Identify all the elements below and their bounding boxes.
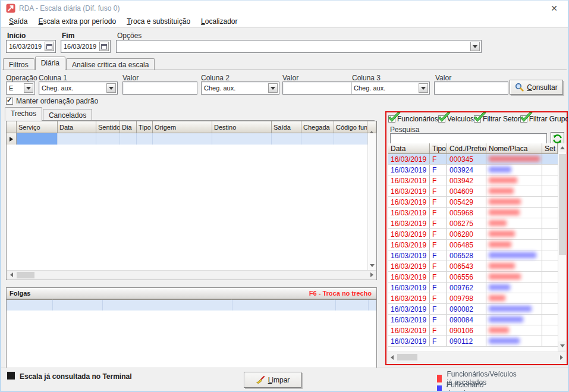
funcionario-row[interactable]: 16/03/2019F006543 xyxy=(388,261,558,272)
funcionario-row[interactable]: 16/03/2019F009762 xyxy=(388,283,558,293)
funcionario-row[interactable]: 16/03/2019F000345 xyxy=(388,154,558,165)
funcionario-row[interactable]: 16/03/2019F003924 xyxy=(388,165,558,175)
funcionario-row[interactable]: 16/03/2019F006528 xyxy=(388,250,558,261)
cell-tipo: F xyxy=(430,154,447,164)
column-header-chegada[interactable]: Chegada xyxy=(301,121,334,133)
scroll-right-icon[interactable] xyxy=(557,353,565,362)
trechos-cell[interactable] xyxy=(153,133,212,145)
menu-item-saida[interactable]: Saída xyxy=(4,16,33,27)
trechos-cell[interactable] xyxy=(334,133,367,145)
menu-item-localizador[interactable]: Localizador xyxy=(196,16,243,27)
trechos-cell[interactable] xyxy=(137,133,153,145)
inicio-calendar-button[interactable] xyxy=(45,42,54,51)
scroll-up-icon[interactable] xyxy=(558,143,567,152)
chevron-down-icon[interactable] xyxy=(419,83,428,93)
valor1-input[interactable] xyxy=(122,81,197,95)
funcionario-row[interactable]: 16/03/2019F009798 xyxy=(388,293,558,304)
trechos-cell[interactable] xyxy=(301,133,334,145)
column-header-nomeplaca[interactable]: Nome/Placa xyxy=(486,143,542,154)
trechos-vertical-scrollbar[interactable] xyxy=(367,133,376,270)
funcionario-row[interactable]: 16/03/2019F006556 xyxy=(388,272,558,283)
funcionario-row[interactable]: 16/03/2019F006280 xyxy=(388,229,558,240)
column-header-saida[interactable]: Saída xyxy=(272,121,301,133)
scroll-left-icon[interactable] xyxy=(7,271,15,279)
consultar-button[interactable]: Consultar xyxy=(510,80,563,95)
folgas-cell[interactable] xyxy=(7,300,53,311)
funcionario-row[interactable]: 16/03/2019F006275 xyxy=(388,218,558,229)
column-header-servico[interactable]: Serviço xyxy=(17,121,58,133)
column-header-dia[interactable]: Dia xyxy=(120,121,137,133)
trechos-cell[interactable] xyxy=(272,133,301,145)
column-header-data[interactable]: Data xyxy=(58,121,96,133)
column-header-set[interactable]: Set xyxy=(542,143,558,154)
menu-item-escala-extra-por-periodo[interactable]: Escala extra por período xyxy=(33,16,121,27)
folgas-cell[interactable] xyxy=(103,300,232,311)
funcionario-row[interactable]: 16/03/2019F090112 xyxy=(388,336,558,347)
trechos-horizontal-scrollbar[interactable] xyxy=(7,270,376,279)
trechos-cell[interactable] xyxy=(212,133,272,145)
filter-checkbox-filtrar-grupo[interactable]: Filtrar Grupo xyxy=(520,115,569,123)
valor3-input[interactable] xyxy=(434,81,508,95)
chevron-down-icon[interactable] xyxy=(106,83,116,93)
filter-checkbox-veiculos[interactable]: Veículos xyxy=(438,115,474,123)
fim-calendar-button[interactable] xyxy=(99,42,109,51)
tab-trechos[interactable]: Trechos xyxy=(5,107,42,121)
column-header-codigo-fun[interactable]: Código fun xyxy=(334,121,367,133)
coluna3-combobox[interactable]: Cheg. aux. xyxy=(351,81,430,95)
funcionarios-horizontal-scrollbar[interactable] xyxy=(388,352,565,362)
column-header-tipo[interactable]: Tipo xyxy=(430,143,447,154)
scroll-up-icon[interactable] xyxy=(367,121,376,133)
folgas-cell[interactable] xyxy=(232,300,336,311)
funcionario-row[interactable]: 16/03/2019F090082 xyxy=(388,304,558,315)
chevron-down-icon[interactable] xyxy=(470,42,480,51)
scroll-right-icon[interactable] xyxy=(367,271,376,279)
column-header-tipo[interactable]: Tipo xyxy=(137,121,153,133)
funcionario-row[interactable]: 16/03/2019F003942 xyxy=(388,175,558,186)
folgas-empty-row[interactable] xyxy=(7,300,376,311)
funcionario-row[interactable]: 16/03/2019F004609 xyxy=(388,186,558,197)
chevron-down-icon[interactable] xyxy=(268,83,278,93)
tab-analise-critica-da-escala[interactable]: Análise crítica da escala xyxy=(66,58,155,70)
folgas-cell[interactable] xyxy=(336,300,369,311)
tab-cancelados[interactable]: Cancelados xyxy=(43,109,92,121)
trechos-cell[interactable] xyxy=(58,133,96,145)
folgas-cell[interactable] xyxy=(53,300,103,311)
coluna1-combobox[interactable]: Cheg. aux. xyxy=(39,81,118,95)
filter-checkbox-filtrar-setor[interactable]: Filtrar Setor xyxy=(474,115,520,123)
trechos-selected-row[interactable] xyxy=(7,133,376,145)
operacao-combobox[interactable]: E xyxy=(6,81,35,95)
valor2-input[interactable] xyxy=(282,81,357,95)
column-header-destino[interactable]: Destino xyxy=(212,121,272,133)
scroll-down-icon[interactable] xyxy=(368,261,376,270)
column-header-codprefixo[interactable]: Cód./Prefixo xyxy=(447,143,486,154)
scrollbar-thumb[interactable] xyxy=(17,272,34,278)
column-header-sentido[interactable]: Sentido xyxy=(96,121,120,133)
tab-diaria[interactable]: Diária xyxy=(35,57,65,70)
trechos-cell[interactable] xyxy=(120,133,137,145)
close-icon[interactable]: ✕ xyxy=(548,2,561,14)
funcionario-row[interactable]: 16/03/2019F005968 xyxy=(388,208,558,218)
funcionario-row[interactable]: 16/03/2019F090106 xyxy=(388,325,558,336)
inicio-date-input[interactable] xyxy=(6,40,56,53)
funcionarios-vertical-scrollbar[interactable] xyxy=(558,143,566,350)
column-header-data[interactable]: Data xyxy=(388,143,430,154)
tab-filtros[interactable]: Filtros xyxy=(3,58,34,70)
funcionario-row[interactable]: 16/03/2019F090084 xyxy=(388,315,558,325)
chevron-down-icon[interactable] xyxy=(24,83,33,93)
scrollbar-thumb[interactable] xyxy=(397,354,417,360)
scrollbar-thumb[interactable] xyxy=(559,154,566,255)
fim-date-input[interactable] xyxy=(61,40,111,53)
coluna2-combobox[interactable]: Cheg. aux. xyxy=(201,81,279,95)
trechos-cell[interactable] xyxy=(96,133,120,145)
limpar-button[interactable]: Limpar xyxy=(244,372,301,388)
menu-item-troca-e-substituicao[interactable]: Troca e substituição xyxy=(121,16,196,27)
scroll-down-icon[interactable] xyxy=(558,341,567,350)
trechos-cell[interactable] xyxy=(17,133,58,145)
scroll-left-icon[interactable] xyxy=(388,353,396,362)
opcoes-combobox[interactable] xyxy=(116,40,482,53)
funcionario-row[interactable]: 16/03/2019F006485 xyxy=(388,240,558,250)
column-header-origem[interactable]: Origem xyxy=(153,121,212,133)
funcionario-row[interactable]: 16/03/2019F005429 xyxy=(388,197,558,208)
filter-checkbox-funcionarios[interactable]: Funcionários xyxy=(388,115,438,123)
manter-ordenacao-checkbox[interactable]: ✓ Manter ordenação padrão xyxy=(6,97,98,105)
